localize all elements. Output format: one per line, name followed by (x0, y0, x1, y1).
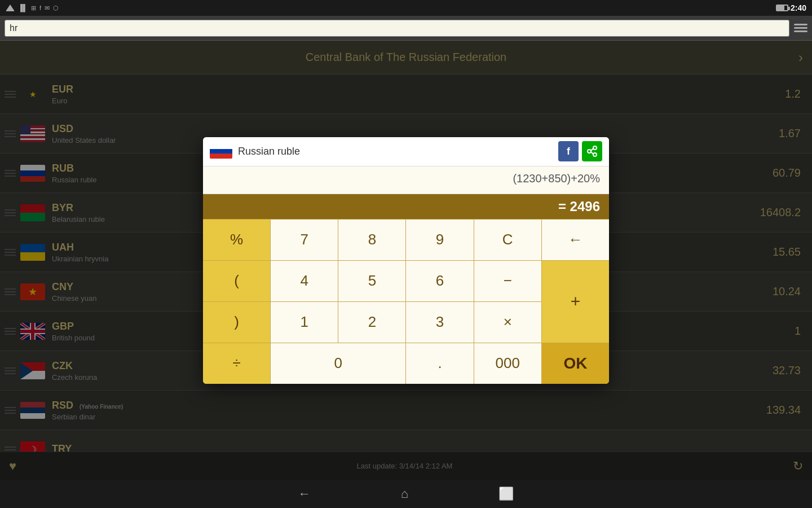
calculator-display: (1230+850)+20% (203, 167, 609, 194)
calc-4-button[interactable]: 4 (271, 261, 338, 301)
calculator-overlay: Russian ruble f (123 (0, 41, 812, 480)
calc-5-button[interactable]: 5 (338, 261, 405, 301)
wifi-icon (6, 5, 15, 11)
calc-6-button[interactable]: 6 (406, 261, 473, 301)
app-icon-4: ⬡ (53, 5, 59, 12)
calculator-currency-name: Russian ruble (238, 146, 558, 157)
calc-percent-button[interactable]: % (203, 220, 270, 260)
calc-dot-button[interactable]: . (406, 343, 473, 384)
calc-0-button[interactable]: 0 (271, 343, 405, 384)
status-bar: ▐▌ ⊞ f ✉ ⬡ 2:40 (0, 0, 812, 16)
calc-7-button[interactable]: 7 (271, 220, 338, 260)
status-icons: ▐▌ ⊞ f ✉ ⬡ (6, 4, 59, 12)
social-buttons: f (558, 141, 602, 161)
battery-icon (776, 5, 788, 11)
svg-line-12 (591, 152, 593, 154)
navigation-bar: ← ⌂ ⬜ (0, 480, 812, 508)
status-time: 2:40 (791, 3, 806, 12)
calc-result: = 2496 (558, 199, 600, 214)
calc-clear-button[interactable]: C (474, 220, 541, 260)
facebook-button[interactable]: f (558, 141, 579, 161)
share-button[interactable] (582, 141, 602, 161)
back-button[interactable]: ← (298, 487, 311, 501)
calc-000-button[interactable]: 000 (474, 343, 541, 384)
svg-point-10 (593, 153, 597, 156)
calc-plus-button[interactable]: + (542, 261, 609, 343)
calc-8-button[interactable]: 8 (338, 220, 405, 260)
calculator-buttons: % 7 8 9 C ← ( 4 5 6 − + ) 1 2 3 × ÷ (203, 219, 609, 384)
calc-9-button[interactable]: 9 (406, 220, 473, 260)
calc-multiply-button[interactable]: × (474, 302, 541, 343)
share-icon (586, 146, 598, 157)
menu-line-3 (794, 30, 807, 32)
calc-3-button[interactable]: 3 (406, 302, 473, 343)
calculator-header: Russian ruble f (203, 137, 609, 167)
battery-indicator: 2:40 (776, 3, 806, 12)
calculator-flag (210, 144, 232, 159)
calc-2-button[interactable]: 2 (338, 302, 405, 343)
calculator-modal: Russian ruble f (123 (203, 137, 609, 384)
menu-button[interactable] (794, 24, 807, 32)
home-button[interactable]: ⌂ (401, 487, 408, 501)
search-bar (0, 16, 812, 41)
svg-point-11 (588, 150, 591, 153)
menu-line-1 (794, 24, 807, 25)
search-input[interactable] (5, 20, 789, 37)
main-content: Central Bank of The Russian Federation ›… (0, 41, 812, 480)
recents-button[interactable]: ⬜ (498, 487, 514, 501)
app-icon-3: ✉ (45, 5, 50, 12)
calc-expression: (1230+850)+20% (212, 172, 600, 188)
calc-minus-button[interactable]: − (474, 261, 541, 301)
calculator-result-bar: = 2496 (203, 194, 609, 219)
app-icon-2: f (39, 5, 41, 11)
calc-1-button[interactable]: 1 (271, 302, 338, 343)
signal-icon: ▐▌ (18, 4, 28, 12)
calc-ok-button[interactable]: OK (542, 343, 609, 384)
menu-line-2 (794, 27, 807, 29)
svg-line-13 (591, 148, 593, 151)
calc-divide-button[interactable]: ÷ (203, 343, 270, 384)
calc-lparen-button[interactable]: ( (203, 261, 270, 301)
calc-backspace-button[interactable]: ← (542, 220, 609, 260)
svg-point-9 (593, 146, 597, 150)
calc-rparen-button[interactable]: ) (203, 302, 270, 343)
app-icon-1: ⊞ (31, 5, 36, 12)
battery-fill (777, 6, 784, 10)
